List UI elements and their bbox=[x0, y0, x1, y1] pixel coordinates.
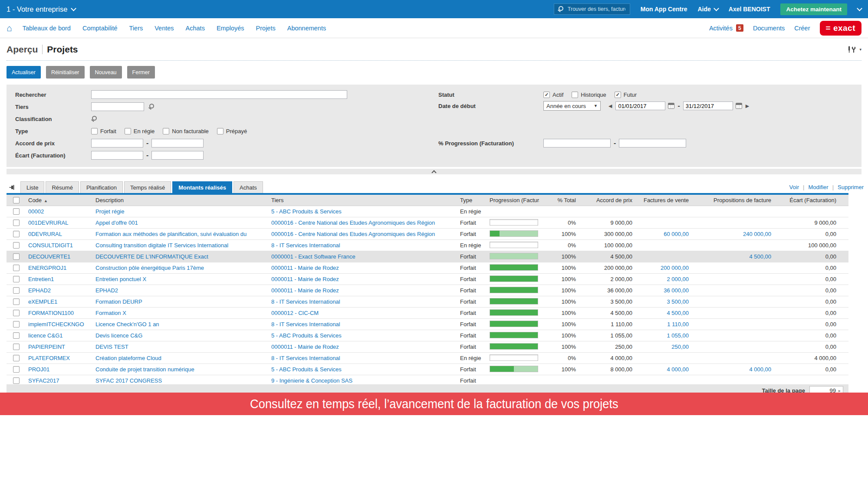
row-checkbox[interactable] bbox=[13, 253, 20, 260]
column-header-propositions[interactable]: Propositions de facture bbox=[692, 195, 775, 206]
app-centre-link[interactable]: Mon App Centre bbox=[641, 6, 687, 13]
column-header-tiers[interactable]: Tiers bbox=[269, 195, 458, 206]
activities-link[interactable]: Activités 5 bbox=[709, 24, 743, 32]
table-row[interactable]: 00002Projet régie5 - ABC Produits & Serv… bbox=[7, 206, 848, 217]
table-row[interactable]: EPHAD2EPHAD20000011 - Mairie de RodezFor… bbox=[7, 285, 848, 296]
project-code-link[interactable]: PAPIERPEINT bbox=[26, 341, 93, 352]
column-header-description[interactable]: Description bbox=[93, 195, 269, 206]
project-description-link[interactable]: Consulting transition digitale IT Servic… bbox=[93, 240, 269, 251]
row-checkbox[interactable] bbox=[13, 355, 20, 361]
project-description-link[interactable]: Entretien ponctuel X bbox=[93, 274, 269, 285]
project-tiers-link[interactable]: 0000011 - Mairie de Rodez bbox=[269, 274, 458, 285]
customize-tools-button[interactable]: ▾ bbox=[847, 46, 861, 53]
project-tiers-link[interactable]: 0000016 - Centre National des Etudes Agr… bbox=[269, 229, 458, 239]
project-tiers-link[interactable]: 8 - IT Services International bbox=[269, 296, 458, 307]
project-description-link[interactable]: Devis licence C&G bbox=[93, 330, 269, 341]
start-date-preset-select[interactable]: Année en cours ▼ bbox=[543, 101, 601, 111]
project-description-link[interactable]: EPHAD2 bbox=[93, 285, 269, 296]
project-tiers-link[interactable]: 0000001 - Exact Software France bbox=[269, 251, 458, 262]
factures-de-vente-link[interactable]: 3 500,00 bbox=[636, 296, 692, 307]
column-header-progression[interactable]: Progression (Facturation) bbox=[487, 195, 539, 206]
table-row[interactable]: eXEMPLE1Formation DEURP8 - IT Services I… bbox=[7, 296, 848, 308]
checkbox-option-en-regie[interactable]: En régie bbox=[125, 128, 155, 134]
help-menu[interactable]: Aide bbox=[697, 6, 718, 13]
date-from-input[interactable] bbox=[615, 102, 665, 110]
project-description-link[interactable]: Licence Check'n'GO 1 an bbox=[93, 319, 269, 330]
project-code-link[interactable]: PLATEFORMEX bbox=[26, 353, 93, 364]
action-modifier[interactable]: Modifier bbox=[808, 184, 828, 190]
table-row[interactable]: PLATEFORMEXCréation plateforme Cloud8 - … bbox=[7, 353, 848, 364]
project-code-link[interactable]: FORMATION1100 bbox=[26, 308, 93, 318]
row-checkbox[interactable] bbox=[13, 265, 20, 271]
column-header-factures[interactable]: Factures de vente bbox=[636, 195, 692, 206]
project-code-link[interactable]: ENERGPROJ1 bbox=[26, 262, 93, 273]
price-agreement-to-input[interactable] bbox=[151, 139, 204, 147]
action-voir[interactable]: Voir bbox=[789, 184, 799, 190]
variance-from-input[interactable] bbox=[91, 151, 143, 160]
table-row[interactable]: CONSULTDIGIT1Consulting transition digit… bbox=[7, 240, 848, 251]
checkbox-option-prepaye[interactable]: Prépayé bbox=[217, 128, 247, 134]
select-all-checkbox[interactable] bbox=[13, 197, 20, 203]
global-search[interactable] bbox=[554, 3, 630, 15]
previous-period-button[interactable]: ◀ bbox=[608, 103, 612, 109]
checkbox-prepaye[interactable] bbox=[217, 128, 224, 134]
checkbox-futur[interactable] bbox=[615, 92, 621, 98]
progression-from-input[interactable] bbox=[543, 139, 611, 147]
row-checkbox[interactable] bbox=[13, 242, 20, 249]
project-code-link[interactable]: Entretien1 bbox=[26, 274, 93, 285]
checkbox-actif[interactable] bbox=[543, 92, 550, 98]
tab-achats[interactable]: Achats bbox=[233, 181, 263, 193]
table-row[interactable]: Entretien1Entretien ponctuel X0000011 - … bbox=[7, 274, 848, 285]
buy-now-button[interactable]: Achetez maintenant bbox=[780, 3, 847, 15]
pin-icon[interactable] bbox=[7, 181, 18, 193]
table-row[interactable]: PROJ01Conduite de projet transition numé… bbox=[7, 364, 848, 375]
project-code-link[interactable]: licence C&G1 bbox=[26, 330, 93, 341]
factures-de-vente-link[interactable]: 2 000,00 bbox=[636, 274, 692, 285]
tab-planification[interactable]: Planification bbox=[80, 181, 123, 193]
checkbox-option-non-facturable[interactable]: Non facturable bbox=[163, 128, 209, 134]
project-description-link[interactable]: Projet régie bbox=[93, 206, 269, 217]
date-to-input[interactable] bbox=[683, 102, 733, 110]
project-tiers-link[interactable]: 0000011 - Mairie de Rodez bbox=[269, 262, 458, 273]
checkbox-non-facturable[interactable] bbox=[163, 128, 169, 134]
table-row[interactable]: DECOUVERTE1DECOUVERTE DE L'INFORMATIQUE … bbox=[7, 251, 848, 262]
row-checkbox[interactable] bbox=[13, 287, 20, 294]
project-code-link[interactable]: 0DEVRURAL bbox=[26, 229, 93, 239]
nav-item-employes[interactable]: Employés bbox=[217, 25, 244, 32]
project-description-link[interactable]: DECOUVERTE DE L'INFORMATIQUE Exact bbox=[93, 251, 269, 262]
factures-de-vente-link[interactable]: 4 000,00 bbox=[636, 364, 692, 375]
reset-button[interactable]: Réinitialiser bbox=[46, 66, 85, 79]
row-checkbox[interactable] bbox=[13, 321, 20, 328]
nav-item-abonnements[interactable]: Abonnements bbox=[287, 25, 326, 32]
checkbox-option-historique[interactable]: Historique bbox=[572, 92, 606, 98]
documents-link[interactable]: Documents bbox=[753, 25, 785, 32]
table-row[interactable]: FORMATION1100Formation X0000012 - CIC-CM… bbox=[7, 308, 848, 319]
project-description-link[interactable]: Conduite de projet transition numérique bbox=[93, 364, 269, 375]
calendar-icon[interactable] bbox=[668, 103, 674, 109]
table-row[interactable]: ENERGPROJ1Construction pôle énergétique … bbox=[7, 262, 848, 274]
close-button[interactable]: Fermer bbox=[127, 66, 155, 79]
factures-de-vente-link[interactable]: 1 055,00 bbox=[636, 330, 692, 341]
checkbox-option-forfait[interactable]: Forfait bbox=[91, 128, 116, 134]
checkbox-option-actif[interactable]: Actif bbox=[543, 92, 563, 98]
refresh-button[interactable]: Actualiser bbox=[7, 66, 41, 79]
column-header-accord[interactable]: Accord de prix bbox=[579, 195, 636, 206]
classification-lookup-icon[interactable] bbox=[91, 116, 97, 122]
column-header-code[interactable]: Code▲ bbox=[26, 195, 93, 206]
column-header-ecart[interactable]: Écart (Facturation) bbox=[775, 195, 840, 206]
row-checkbox[interactable] bbox=[13, 298, 20, 305]
create-link[interactable]: Créer bbox=[794, 25, 810, 32]
table-row[interactable]: 001DEVRURALAppel d'offre 0010000016 - Ce… bbox=[7, 217, 848, 229]
global-search-input[interactable] bbox=[567, 6, 626, 13]
project-code-link[interactable]: EPHAD2 bbox=[26, 285, 93, 296]
price-agreement-from-input[interactable] bbox=[91, 139, 143, 147]
propositions-de-facture-link[interactable]: 4 000,00 bbox=[692, 364, 775, 375]
factures-de-vente-link[interactable]: 1 110,00 bbox=[636, 319, 692, 330]
row-checkbox[interactable] bbox=[13, 377, 20, 384]
company-selector[interactable]: 1 - Votre entreprise bbox=[7, 5, 76, 13]
project-description-link[interactable]: Formation aux méthodes de planification,… bbox=[93, 229, 269, 239]
page-size-next-icon[interactable]: ▸ bbox=[838, 388, 841, 393]
checkbox-option-futur[interactable]: Futur bbox=[615, 92, 637, 98]
project-tiers-link[interactable]: 5 - ABC Produits & Services bbox=[269, 364, 458, 375]
nav-item-tableaux-de-bord[interactable]: Tableaux de bord bbox=[23, 25, 71, 32]
